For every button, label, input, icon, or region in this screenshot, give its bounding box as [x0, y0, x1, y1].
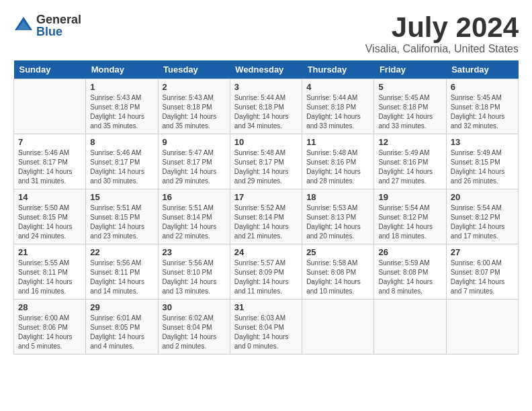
day-number: 1 — [90, 82, 153, 92]
day-number: 27 — [451, 247, 514, 257]
calendar-cell: 30Sunrise: 6:02 AMSunset: 8:04 PMDayligh… — [158, 300, 230, 355]
week-row-5: 28Sunrise: 6:00 AMSunset: 8:06 PMDayligh… — [14, 300, 519, 355]
day-number: 14 — [18, 192, 81, 202]
day-number: 18 — [306, 192, 369, 202]
day-number: 13 — [451, 137, 514, 147]
calendar-cell: 8Sunrise: 5:46 AMSunset: 8:17 PMDaylight… — [86, 134, 158, 189]
week-row-2: 7Sunrise: 5:46 AMSunset: 8:17 PMDaylight… — [14, 134, 519, 189]
day-content: Sunrise: 5:58 AMSunset: 8:08 PMDaylight:… — [306, 259, 369, 296]
day-content: Sunrise: 5:46 AMSunset: 8:17 PMDaylight:… — [90, 148, 153, 186]
header-row: SundayMondayTuesdayWednesdayThursdayFrid… — [14, 60, 519, 79]
day-number: 21 — [18, 247, 81, 257]
day-content: Sunrise: 6:01 AMSunset: 8:05 PMDaylight:… — [90, 314, 153, 351]
day-number: 19 — [378, 192, 441, 202]
month-title: July 2024 — [365, 13, 519, 42]
day-content: Sunrise: 5:51 AMSunset: 8:15 PMDaylight:… — [90, 203, 153, 241]
week-row-4: 21Sunrise: 5:55 AMSunset: 8:11 PMDayligh… — [14, 244, 519, 300]
calendar-cell: 3Sunrise: 5:44 AMSunset: 8:18 PMDaylight… — [230, 79, 302, 134]
day-number: 31 — [234, 302, 298, 312]
calendar-cell: 26Sunrise: 5:59 AMSunset: 8:08 PMDayligh… — [374, 244, 446, 300]
day-number: 10 — [234, 137, 298, 147]
header-monday: Monday — [86, 60, 158, 79]
day-content: Sunrise: 6:00 AMSunset: 8:07 PMDaylight:… — [451, 259, 514, 296]
day-content: Sunrise: 5:49 AMSunset: 8:15 PMDaylight:… — [451, 148, 514, 186]
header-wednesday: Wednesday — [230, 60, 302, 79]
day-number: 26 — [378, 247, 441, 257]
logo-icon — [13, 15, 34, 36]
logo-blue: Blue — [36, 26, 81, 38]
calendar-cell: 20Sunrise: 5:54 AMSunset: 8:12 PMDayligh… — [446, 189, 518, 244]
calendar-cell: 28Sunrise: 6:00 AMSunset: 8:06 PMDayligh… — [14, 300, 86, 355]
day-number: 4 — [306, 82, 369, 92]
day-content: Sunrise: 5:43 AMSunset: 8:18 PMDaylight:… — [90, 93, 153, 131]
calendar-table: SundayMondayTuesdayWednesdayThursdayFrid… — [13, 60, 519, 355]
day-content: Sunrise: 6:03 AMSunset: 8:04 PMDaylight:… — [234, 314, 298, 351]
day-number: 5 — [378, 82, 441, 92]
page-header: General Blue July 2024 Visalia, Californ… — [13, 13, 519, 55]
day-number: 20 — [451, 192, 514, 202]
day-number: 8 — [90, 137, 153, 147]
header-saturday: Saturday — [446, 60, 518, 79]
logo-text: General Blue — [36, 13, 81, 38]
calendar-cell — [302, 300, 374, 355]
calendar-cell: 4Sunrise: 5:44 AMSunset: 8:18 PMDaylight… — [302, 79, 374, 134]
calendar-cell: 16Sunrise: 5:51 AMSunset: 8:14 PMDayligh… — [158, 189, 230, 244]
day-content: Sunrise: 5:51 AMSunset: 8:14 PMDaylight:… — [163, 203, 226, 241]
logo-general: General — [36, 13, 81, 26]
day-content: Sunrise: 5:48 AMSunset: 8:17 PMDaylight:… — [234, 148, 298, 186]
day-content: Sunrise: 5:44 AMSunset: 8:18 PMDaylight:… — [234, 93, 298, 131]
day-number: 23 — [163, 247, 226, 257]
day-number: 3 — [234, 82, 298, 92]
title-block: July 2024 Visalia, California, United St… — [365, 13, 519, 55]
day-number: 6 — [451, 82, 514, 92]
calendar-cell: 10Sunrise: 5:48 AMSunset: 8:17 PMDayligh… — [230, 134, 302, 189]
day-number: 12 — [378, 137, 441, 147]
day-content: Sunrise: 5:55 AMSunset: 8:11 PMDaylight:… — [18, 259, 81, 296]
calendar-cell: 24Sunrise: 5:57 AMSunset: 8:09 PMDayligh… — [230, 244, 302, 300]
day-number: 25 — [306, 247, 369, 257]
day-content: Sunrise: 5:49 AMSunset: 8:16 PMDaylight:… — [378, 148, 441, 186]
calendar-cell: 19Sunrise: 5:54 AMSunset: 8:12 PMDayligh… — [374, 189, 446, 244]
day-content: Sunrise: 5:56 AMSunset: 8:11 PMDaylight:… — [90, 259, 153, 296]
day-number: 17 — [234, 192, 298, 202]
day-number: 15 — [90, 192, 153, 202]
day-content: Sunrise: 5:45 AMSunset: 8:18 PMDaylight:… — [451, 93, 514, 131]
calendar-cell: 7Sunrise: 5:46 AMSunset: 8:17 PMDaylight… — [14, 134, 86, 189]
day-number: 24 — [234, 247, 298, 257]
calendar-cell: 22Sunrise: 5:56 AMSunset: 8:11 PMDayligh… — [86, 244, 158, 300]
calendar-cell: 17Sunrise: 5:52 AMSunset: 8:14 PMDayligh… — [230, 189, 302, 244]
day-content: Sunrise: 5:45 AMSunset: 8:18 PMDaylight:… — [378, 93, 441, 131]
day-content: Sunrise: 5:59 AMSunset: 8:08 PMDaylight:… — [378, 259, 441, 296]
day-content: Sunrise: 5:56 AMSunset: 8:10 PMDaylight:… — [163, 259, 226, 296]
header-sunday: Sunday — [14, 60, 86, 79]
day-content: Sunrise: 6:02 AMSunset: 8:04 PMDaylight:… — [163, 314, 226, 351]
calendar-cell: 13Sunrise: 5:49 AMSunset: 8:15 PMDayligh… — [446, 134, 518, 189]
day-number: 2 — [163, 82, 226, 92]
day-number: 30 — [163, 302, 226, 312]
day-content: Sunrise: 5:44 AMSunset: 8:18 PMDaylight:… — [306, 93, 369, 131]
day-number: 9 — [163, 137, 226, 147]
day-number: 7 — [18, 137, 81, 147]
day-number: 29 — [90, 302, 153, 312]
calendar-cell: 6Sunrise: 5:45 AMSunset: 8:18 PMDaylight… — [446, 79, 518, 134]
calendar-cell: 18Sunrise: 5:53 AMSunset: 8:13 PMDayligh… — [302, 189, 374, 244]
calendar-cell: 23Sunrise: 5:56 AMSunset: 8:10 PMDayligh… — [158, 244, 230, 300]
day-content: Sunrise: 5:53 AMSunset: 8:13 PMDaylight:… — [306, 203, 369, 241]
day-content: Sunrise: 5:50 AMSunset: 8:15 PMDaylight:… — [18, 203, 81, 241]
day-number: 11 — [306, 137, 369, 147]
day-content: Sunrise: 5:57 AMSunset: 8:09 PMDaylight:… — [234, 259, 298, 296]
day-content: Sunrise: 5:48 AMSunset: 8:16 PMDaylight:… — [306, 148, 369, 186]
week-row-1: 1Sunrise: 5:43 AMSunset: 8:18 PMDaylight… — [14, 79, 519, 134]
day-content: Sunrise: 5:54 AMSunset: 8:12 PMDaylight:… — [451, 203, 514, 241]
day-number: 16 — [163, 192, 226, 202]
calendar-cell: 12Sunrise: 5:49 AMSunset: 8:16 PMDayligh… — [374, 134, 446, 189]
calendar-cell: 21Sunrise: 5:55 AMSunset: 8:11 PMDayligh… — [14, 244, 86, 300]
day-number: 28 — [18, 302, 81, 312]
calendar-cell: 15Sunrise: 5:51 AMSunset: 8:15 PMDayligh… — [86, 189, 158, 244]
day-content: Sunrise: 5:46 AMSunset: 8:17 PMDaylight:… — [18, 148, 81, 186]
calendar-cell: 31Sunrise: 6:03 AMSunset: 8:04 PMDayligh… — [230, 300, 302, 355]
logo: General Blue — [13, 13, 81, 38]
header-friday: Friday — [374, 60, 446, 79]
calendar-cell — [14, 79, 86, 134]
calendar-cell: 9Sunrise: 5:47 AMSunset: 8:17 PMDaylight… — [158, 134, 230, 189]
